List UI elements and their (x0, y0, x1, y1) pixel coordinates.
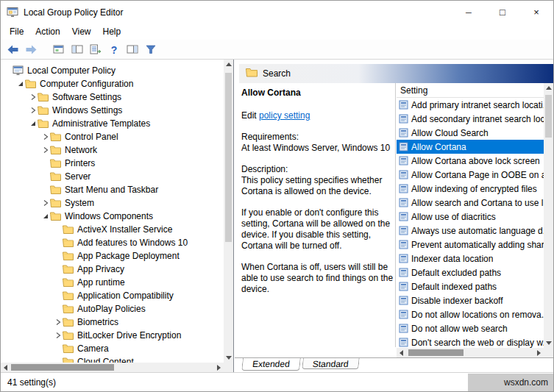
tree-item[interactable]: Control Panel (1, 130, 224, 143)
tree-item[interactable]: Network (1, 143, 224, 157)
tree-item[interactable]: Local Computer Policy (1, 64, 224, 77)
help-button[interactable]: ? (104, 41, 123, 58)
tree-item[interactable]: System (1, 196, 224, 210)
policy-icon (399, 142, 411, 152)
menu-view[interactable]: View (66, 24, 97, 39)
expander-collapsed-icon[interactable] (41, 133, 50, 140)
scroll-up-icon[interactable] (224, 60, 233, 69)
list-horizontal-scrollbar[interactable] (397, 348, 544, 357)
setting-row[interactable]: Allow Cloud Search (397, 126, 544, 140)
tab-extended[interactable]: Extended (241, 358, 301, 371)
tree-vertical-scrollbar[interactable] (224, 60, 233, 363)
back-button[interactable] (4, 41, 22, 58)
filter-button[interactable] (141, 41, 160, 58)
scroll-left-icon[interactable] (1, 363, 10, 372)
tree-item[interactable]: AutoPlay Policies (1, 302, 224, 316)
scrollbar-thumb[interactable] (408, 349, 464, 356)
expander-expanded-icon[interactable] (29, 120, 38, 127)
setting-row[interactable]: Allow Cortana above lock screen (397, 154, 544, 168)
watermark: wsxdn.com (468, 374, 553, 391)
folder-icon (63, 291, 75, 300)
tree-item[interactable]: Biometrics (1, 316, 224, 329)
tree-item[interactable]: Windows Components (1, 210, 224, 223)
tree-item[interactable]: Computer Configuration (1, 77, 224, 90)
expander-expanded-icon[interactable] (41, 213, 50, 220)
setting-row[interactable]: Default indexed paths (397, 279, 544, 293)
tree-item[interactable]: ActiveX Installer Service (1, 223, 224, 236)
tree-item[interactable]: Application Compatibility (1, 289, 224, 302)
setting-row[interactable]: Do not allow locations on remova... (397, 307, 544, 321)
setting-row[interactable]: Don't search the web or display w... (397, 335, 544, 348)
title-bar[interactable]: Local Group Policy Editor ─ □ × (1, 1, 553, 24)
scroll-right-icon[interactable] (214, 363, 224, 372)
forward-button[interactable] (22, 41, 40, 58)
requirements-text: At least Windows Server, Windows 10 (241, 143, 390, 153)
tree-item[interactable]: App Privacy (1, 263, 224, 276)
tree-item[interactable]: Windows Settings (1, 104, 224, 117)
tab-standard[interactable]: Standard (302, 358, 359, 369)
tree-item[interactable]: Start Menu and Taskbar (1, 183, 224, 196)
tree-item[interactable]: Add features to Windows 10 (1, 236, 224, 249)
tree-item[interactable]: Server (1, 170, 224, 183)
scroll-down-icon[interactable] (544, 338, 553, 348)
expander-collapsed-icon[interactable] (29, 107, 38, 114)
setting-label: Allow indexing of encrypted files (411, 184, 537, 194)
tree-item[interactable]: App runtime (1, 276, 224, 289)
tree-item[interactable]: BitLocker Drive Encryption (1, 329, 224, 342)
setting-row[interactable]: Disable indexer backoff (397, 293, 544, 307)
scrollbar-thumb[interactable] (11, 364, 114, 371)
setting-row[interactable]: Allow Cortana Page in OOBE on a... (397, 168, 544, 182)
tree-item[interactable]: App Package Deployment (1, 249, 224, 263)
tree-horizontal-scrollbar[interactable] (1, 363, 224, 372)
expander-expanded-icon[interactable] (16, 80, 25, 88)
scroll-right-icon[interactable] (534, 348, 544, 357)
show-console-tree-button[interactable] (68, 41, 86, 58)
menu-help[interactable]: Help (97, 24, 127, 39)
tree-item[interactable]: Software Settings (1, 90, 224, 104)
setting-row[interactable]: Add secondary intranet search loc... (397, 112, 544, 126)
tree-item-label: Cloud Content (75, 357, 134, 363)
setting-row[interactable]: Always use automatic language d... (397, 224, 544, 238)
menu-action[interactable]: Action (29, 24, 65, 39)
setting-column-header[interactable]: Setting (397, 83, 544, 98)
setting-row[interactable]: Add primary intranet search locati... (397, 98, 544, 112)
edit-policy-line: Edit policy setting (241, 110, 394, 121)
scrollbar-thumb[interactable] (545, 95, 552, 138)
setting-row[interactable]: Default excluded paths (397, 266, 544, 279)
policy-setting-link[interactable]: policy setting (259, 110, 310, 121)
expander-collapsed-icon[interactable] (41, 199, 50, 207)
scroll-left-icon[interactable] (397, 348, 406, 357)
expander-collapsed-icon[interactable] (29, 93, 38, 101)
panes-icon (71, 44, 83, 54)
tree-item[interactable]: Cloud Content (1, 355, 224, 363)
setting-label: Default excluded paths (411, 268, 501, 278)
tree-item[interactable]: Camera (1, 342, 224, 355)
setting-row[interactable]: Do not allow web search (397, 321, 544, 335)
category-title: Search (263, 68, 291, 79)
scroll-up-icon[interactable] (544, 83, 553, 93)
tree-item[interactable]: Printers (1, 157, 224, 170)
setting-row[interactable]: Indexer data location (397, 252, 544, 266)
show-action-pane-button[interactable] (123, 41, 141, 58)
setting-row[interactable]: Allow indexing of encrypted files (397, 182, 544, 196)
setting-row[interactable]: Allow use of diacritics (397, 210, 544, 224)
list-vertical-scrollbar[interactable] (544, 83, 553, 348)
menu-file[interactable]: File (4, 24, 29, 39)
scrollbar-thumb[interactable] (225, 73, 232, 242)
setting-row[interactable]: Prevent automatically adding shar... (397, 238, 544, 252)
tree-item[interactable]: Administrative Templates (1, 117, 224, 130)
export-list-button[interactable] (86, 41, 104, 58)
close-button[interactable]: × (519, 1, 553, 24)
minimize-button[interactable]: ─ (452, 1, 486, 24)
maximize-button[interactable]: □ (486, 1, 519, 24)
policy-icon (399, 198, 411, 207)
up-one-level-button[interactable] (49, 41, 68, 58)
setting-row[interactable]: Allow Cortana (397, 140, 544, 154)
setting-row[interactable]: Allow search and Cortana to use l... (397, 196, 544, 210)
expander-collapsed-icon[interactable] (54, 318, 63, 326)
policy-title: Allow Cortana (241, 88, 394, 99)
expander-collapsed-icon[interactable] (54, 332, 63, 339)
requirements-block: Requirements: At least Windows Server, W… (241, 132, 394, 154)
expander-collapsed-icon[interactable] (41, 146, 50, 154)
scroll-down-icon[interactable] (224, 353, 233, 363)
